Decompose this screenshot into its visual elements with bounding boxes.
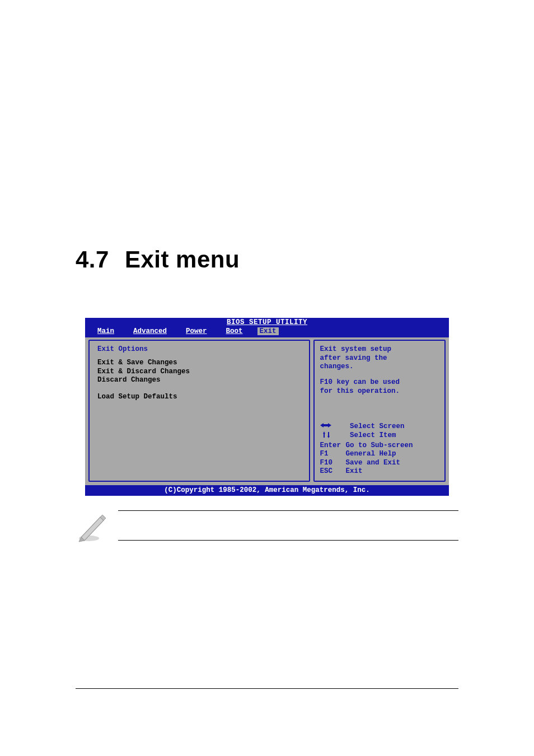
tab-power[interactable]: Power [181, 327, 212, 335]
tab-main[interactable]: Main [93, 327, 119, 335]
menu-item-save-changes[interactable]: Exit & Save Changes [97, 359, 301, 368]
menu-item-discard-only[interactable]: Discard Changes [97, 376, 301, 385]
menu-item-discard-changes[interactable]: Exit & Discard Changes [97, 368, 301, 377]
arrow-left-right-icon [320, 422, 346, 431]
pen-note-icon [76, 510, 108, 545]
arrow-up-down-icon [320, 431, 346, 442]
note-block [76, 510, 458, 545]
bios-menubar: Main Advanced Power Boot Exit [85, 326, 449, 337]
bios-titlebar: BIOS SETUP UTILITY [85, 318, 449, 326]
section-title: Exit menu [125, 246, 240, 273]
svg-rect-4 [328, 432, 329, 436]
section-heading: 4.7Exit menu [76, 246, 458, 273]
tab-exit[interactable]: Exit [257, 327, 279, 335]
svg-rect-2 [324, 433, 325, 438]
svg-marker-0 [320, 423, 331, 428]
note-rule-bottom [118, 540, 458, 541]
esc-key-label: ESC [320, 467, 346, 476]
f1-key-label: F1 [320, 450, 346, 459]
tab-advanced[interactable]: Advanced [129, 327, 171, 335]
enter-key-label: Enter [320, 442, 346, 450]
tab-boot[interactable]: Boot [222, 327, 247, 335]
menu-item-load-defaults[interactable]: Load Setup Defaults [97, 393, 301, 402]
exit-options-header: Exit Options [97, 345, 301, 353]
f10-key-label: F10 [320, 459, 346, 468]
exit-options-panel: Exit Options Exit & Save Changes Exit & … [88, 340, 310, 482]
bios-copyright-footer: (C)Copyright 1985-2002, American Megatre… [85, 485, 449, 496]
bios-screenshot: BIOS SETUP UTILITY Main Advanced Power B… [85, 318, 449, 496]
help-panel: Exit system setup after saving the chang… [313, 340, 446, 482]
page-footer-rule [76, 688, 458, 689]
help-text: Exit system setup after saving the chang… [320, 345, 439, 396]
key-hints: Select Screen Select [320, 422, 439, 476]
section-number: 4.7 [76, 246, 109, 273]
